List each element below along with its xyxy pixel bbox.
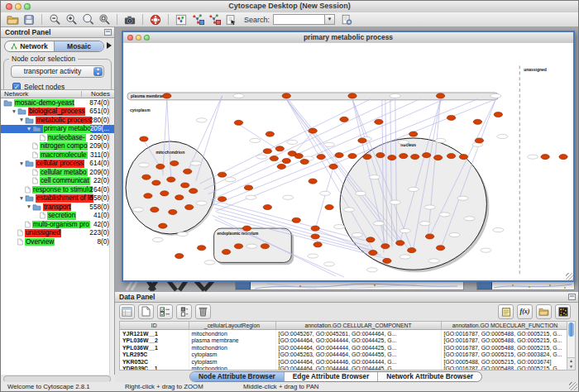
- expander-icon[interactable]: ▼: [18, 194, 25, 203]
- view-zoom-button[interactable]: [144, 35, 150, 41]
- select-attributes-button[interactable]: [119, 304, 135, 319]
- tree-item-nucleobase-[interactable]: nucleobase-209(0): [1, 133, 114, 142]
- network-node[interactable]: [447, 154, 455, 159]
- search-dropdown-arrow-icon[interactable]: ▼: [324, 14, 335, 25]
- network-node[interactable]: [140, 136, 148, 141]
- network-node[interactable]: [436, 246, 444, 251]
- expander-icon[interactable]: ▼: [26, 125, 32, 133]
- network-node[interactable]: [369, 251, 377, 256]
- network-node[interactable]: [292, 218, 300, 222]
- network-node[interactable]: [348, 93, 356, 98]
- network-node[interactable]: [447, 115, 455, 120]
- table-row[interactable]: YLR295Ccytoplasm[GO:0045263, GO:0044464,…: [120, 351, 568, 359]
- network-node[interactable]: [475, 138, 483, 143]
- vizmapper-button[interactable]: [173, 13, 189, 26]
- network-node[interactable]: [261, 244, 269, 249]
- table-row[interactable]: YPL036W__2plasma membrane[GO:0044464, GO…: [120, 337, 568, 345]
- close-button[interactable]: [6, 3, 12, 10]
- table-row[interactable]: YDR039C__1mitochondrion[GO:0044464, GO:0…: [120, 366, 568, 371]
- network-node[interactable]: [222, 250, 230, 255]
- attribute-checklist-button[interactable]: [157, 304, 173, 319]
- save-session-button[interactable]: [21, 13, 37, 26]
- tree-item-secretion[interactable]: secretion41(0): [1, 212, 114, 221]
- snapshot-camera-button[interactable]: [122, 13, 138, 26]
- minimize-button[interactable]: [15, 3, 22, 10]
- network-view-titlebar[interactable]: primary metabolic process: [123, 32, 573, 44]
- table-cell[interactable]: [GO:0044464, GO:0044444, GO:0044425, G..…: [275, 337, 441, 345]
- network-node[interactable]: [459, 155, 467, 160]
- delete-attribute-button[interactable]: [195, 304, 211, 319]
- network-node[interactable]: [197, 246, 205, 251]
- table-cell[interactable]: [GO:0005488, GO:0005215, GO:0003674]: [441, 358, 568, 366]
- scrollbar-thumb[interactable]: [568, 323, 574, 337]
- network-node[interactable]: [433, 155, 442, 160]
- network-node[interactable]: [559, 155, 567, 160]
- attribute-table[interactable]: ID _cellularLayoutRegion annotation.GO C…: [119, 321, 568, 370]
- network-node[interactable]: [396, 241, 404, 246]
- expander-icon[interactable]: ▼: [18, 160, 25, 168]
- network-node[interactable]: [218, 172, 226, 177]
- search-input[interactable]: [273, 14, 324, 25]
- view-close-button[interactable]: [127, 35, 133, 41]
- network-node[interactable]: [309, 128, 317, 133]
- network-node[interactable]: [152, 180, 160, 185]
- network-node[interactable]: [185, 204, 194, 209]
- network-node[interactable]: [275, 146, 284, 151]
- network-edge[interactable]: [238, 124, 278, 149]
- table-cell[interactable]: YDR039C__1: [120, 366, 189, 371]
- table-cell[interactable]: mitochondrion: [189, 344, 275, 351]
- heatmap-button[interactable]: [555, 304, 571, 319]
- tab-network-attribute-browser[interactable]: Network Attribute Browser: [377, 372, 481, 381]
- window-resize-grip[interactable]: [569, 382, 577, 390]
- network-node[interactable]: [436, 93, 444, 98]
- tree-item-metabolic-process[interactable]: ▼metabolic process280(0): [1, 116, 114, 125]
- network-node[interactable]: [541, 155, 549, 160]
- node-color-dropdown[interactable]: transporter activity ▲▼: [11, 65, 104, 78]
- network-node[interactable]: [282, 93, 290, 98]
- table-cell[interactable]: plasma membrane: [189, 337, 275, 345]
- network-node[interactable]: [340, 117, 348, 122]
- new-attribute-button[interactable]: [138, 304, 154, 319]
- zoom-fit-button[interactable]: [96, 13, 112, 26]
- network-node[interactable]: [311, 226, 319, 231]
- tree-item-cellular-process[interactable]: ▼cellular process614(0): [1, 160, 114, 169]
- expander-icon[interactable]: ▼: [26, 203, 32, 211]
- tab-network[interactable]: Network: [5, 41, 54, 51]
- column-header-molecular-function[interactable]: annotation.GO MOLECULAR_FUNCTION: [441, 322, 568, 330]
- network-node[interactable]: [473, 119, 481, 124]
- network-node[interactable]: [317, 155, 325, 160]
- destroy-network-view-button[interactable]: [206, 13, 223, 26]
- formula-button[interactable]: f(x): [517, 304, 533, 319]
- network-canvas[interactable]: plasma membrane cytoplasm mitochondrion …: [123, 43, 573, 280]
- network-node[interactable]: [189, 189, 198, 194]
- tree-item-establishment-of-lo[interactable]: ▼establishment of lo558(0): [1, 194, 114, 203]
- network-node[interactable]: [175, 195, 184, 200]
- network-node[interactable]: [184, 169, 192, 174]
- annotation-button[interactable]: [223, 13, 239, 26]
- network-node[interactable]: [175, 253, 184, 258]
- network-node[interactable]: [218, 197, 226, 202]
- column-header-id[interactable]: ID: [120, 322, 189, 330]
- network-node[interactable]: [348, 154, 356, 159]
- table-cell[interactable]: YPL036W__2: [120, 337, 189, 345]
- configure-search-button[interactable]: [338, 13, 355, 26]
- network-node[interactable]: [169, 209, 177, 214]
- tree-item-macromolecule[interactable]: macromolecule311(0): [1, 151, 114, 160]
- network-node[interactable]: [170, 160, 179, 165]
- network-node[interactable]: [408, 248, 416, 253]
- expander-icon[interactable]: ▼: [18, 116, 25, 124]
- network-node[interactable]: [270, 156, 278, 161]
- network-node[interactable]: [376, 153, 385, 158]
- column-header-cellular-component[interactable]: annotation.GO CELLULAR_COMPONENT: [275, 322, 441, 330]
- view-minimize-button[interactable]: [136, 35, 141, 41]
- table-cell[interactable]: YLR295C: [120, 351, 189, 359]
- tree-item-overview[interactable]: Overview8(0): [1, 237, 114, 246]
- network-node[interactable]: [388, 155, 396, 160]
- zoom-in-button[interactable]: [63, 13, 79, 26]
- table-cell[interactable]: YJR121W__1: [120, 330, 189, 337]
- table-row[interactable]: YKR052Ccytoplasm[GO:0044464, GO:0044446,…: [120, 358, 568, 366]
- network-node[interactable]: [244, 185, 252, 190]
- tab-node-attribute-browser[interactable]: Node Attribute Browser: [190, 372, 284, 381]
- dropdown-stepper-icon[interactable]: ▲▼: [93, 67, 103, 76]
- network-node[interactable]: [300, 159, 309, 164]
